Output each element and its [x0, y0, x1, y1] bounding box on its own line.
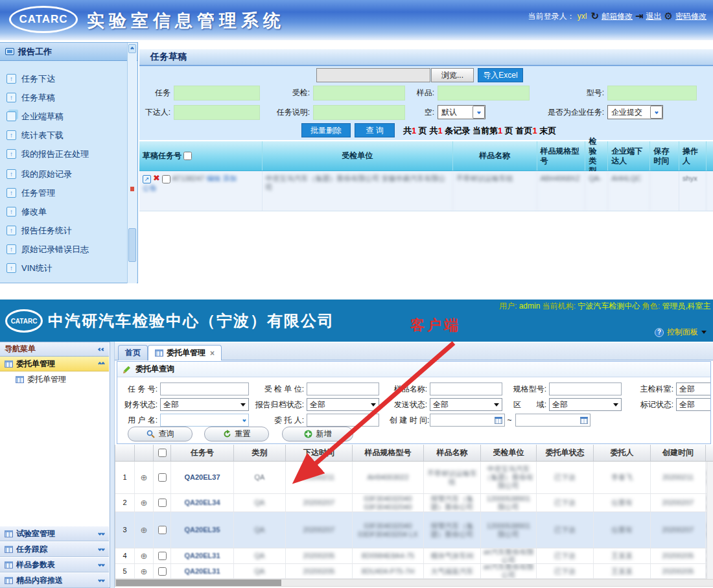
enterprise-task-select[interactable]: 企业提交 — [607, 105, 663, 119]
expand-icon[interactable]: ⊕ — [141, 473, 148, 482]
excel-file-input[interactable] — [316, 68, 430, 82]
task-desc-input[interactable] — [313, 105, 405, 120]
collapse-up-icon[interactable] — [99, 362, 104, 365]
finance-status-select[interactable]: 全部 — [160, 398, 249, 411]
expand-down-icon[interactable] — [99, 548, 104, 550]
scrollbar-thumb[interactable] — [116, 580, 281, 586]
gear-icon[interactable]: ⚙ — [664, 10, 673, 22]
query-button[interactable]: 查 询 — [355, 123, 395, 137]
sidebar-item-stat-download[interactable]: ↑统计表下载 — [6, 126, 64, 145]
sidebar-item-task-manage[interactable]: ↑任务管理 — [6, 183, 55, 202]
logout-link[interactable]: 退出 — [646, 11, 662, 22]
expand-down-icon[interactable] — [99, 563, 104, 566]
client-org[interactable]: 宁波汽车检测中心 — [578, 301, 640, 311]
table-row[interactable]: 5 ⊕ QA20EL31 QA 20200205 8DU404-P75-7H 大… — [115, 564, 713, 579]
horizontal-scrollbar[interactable] — [115, 579, 713, 587]
sample-name-input[interactable] — [430, 382, 502, 395]
expand-icon[interactable]: ⊕ — [141, 526, 148, 534]
edit-links[interactable]: 编辑 添加 — [207, 174, 237, 182]
close-tab-icon[interactable]: × — [210, 349, 215, 358]
row-checkbox[interactable] — [158, 473, 167, 482]
expand-icon[interactable]: ⊕ — [141, 567, 148, 576]
cell-checkbox[interactable] — [154, 494, 171, 512]
cell-task-no[interactable]: QA20EL34 — [171, 494, 234, 512]
client-person-input[interactable] — [307, 414, 379, 427]
cell-expand[interactable]: ⊕ — [135, 512, 154, 548]
select-all-checkbox[interactable] — [158, 449, 167, 457]
spec-model-input[interactable] — [549, 382, 622, 395]
nav-group-sample-params[interactable]: 样品参数表 — [0, 557, 109, 572]
cell-checkbox[interactable] — [154, 548, 171, 563]
table-row-highlighted[interactable]: 3 ⊕ QA20EL35 QA 20200207 03F304032040 03… — [115, 512, 713, 548]
page-link[interactable]: 1 — [532, 126, 537, 135]
collapse-left-icon[interactable] — [99, 348, 104, 351]
sidebar-item-task-issue[interactable]: ↑任务下达 — [6, 69, 55, 88]
row-checkbox[interactable] — [158, 552, 167, 560]
control-panel-menu[interactable]: ? 控制面板 — [655, 327, 707, 338]
sidebar-item-my-reports-processing[interactable]: ↑我的报告正在处理 — [6, 145, 89, 163]
row-checkbox[interactable] — [162, 175, 170, 183]
sidebar-item-report-task-stats[interactable]: ↑报告任务统计 — [6, 221, 72, 240]
task-no-input[interactable] — [160, 382, 249, 395]
import-excel-button[interactable]: 导入Excel — [478, 68, 523, 82]
expand-down-icon[interactable] — [99, 532, 104, 535]
refresh-icon[interactable]: ↻ — [590, 10, 599, 22]
delete-icon[interactable]: ✖ — [153, 173, 160, 183]
nav-item-entrust-manage[interactable]: 委托单管理 — [0, 371, 109, 387]
sidebar-item-vin-stats[interactable]: ↑VIN统计 — [6, 259, 53, 277]
vertical-scrollbar[interactable] — [707, 462, 713, 579]
cell-task-no[interactable]: QA20EL35 — [171, 512, 234, 548]
cell-checkbox[interactable] — [154, 512, 171, 548]
empty-select[interactable]: 默认 — [438, 105, 485, 119]
nav-group-content-push[interactable]: 精品内容推送 — [0, 572, 109, 588]
sidebar-item-enterprise-draft[interactable]: 企业端草稿 — [6, 107, 64, 126]
mark-status-select[interactable]: 全部 — [676, 398, 711, 411]
username-combo[interactable] — [160, 414, 249, 427]
cell-expand[interactable]: ⊕ — [135, 462, 154, 493]
row-checkbox[interactable] — [158, 499, 167, 507]
cell-task-no[interactable]: QA20EL31 — [171, 548, 234, 563]
batch-delete-button[interactable]: 批量删除 — [301, 123, 351, 137]
password-edit-link[interactable]: 密码修改 — [675, 11, 707, 22]
send-status-select[interactable]: 全部 — [430, 398, 502, 411]
tab-home[interactable]: 首页 — [118, 345, 148, 360]
created-to-date[interactable] — [515, 414, 590, 427]
sidebar-item-modify-order[interactable]: ↑修改单 — [6, 202, 47, 221]
email-edit-link[interactable]: 邮箱修改 — [602, 11, 633, 22]
nav-group-task-track[interactable]: 任务跟踪 — [0, 541, 109, 557]
scrollbar-thumb[interactable] — [128, 228, 136, 262]
select-all-checkbox[interactable] — [183, 152, 192, 160]
sample-input[interactable] — [438, 86, 530, 100]
sidebar-item-task-draft[interactable]: ↑任务草稿 — [6, 88, 55, 107]
nav-group-entrust-manage[interactable]: 委托单管理 — [0, 357, 109, 371]
sidebar-item-my-raw-records[interactable]: ↑我的原始记录 — [6, 165, 72, 183]
expand-down-icon[interactable] — [99, 579, 104, 582]
sidebar-item-raw-record-error-log[interactable]: ↑原始记录错误日志 — [6, 240, 89, 259]
region-select[interactable]: 全部 — [549, 398, 622, 411]
archive-status-select[interactable]: 全部 — [307, 398, 379, 411]
inspected-unit-input[interactable] — [307, 382, 379, 395]
main-dept-select[interactable]: 全部 — [676, 382, 711, 395]
row-checkbox[interactable] — [158, 526, 167, 534]
edit-icon[interactable]: ↗ — [143, 175, 151, 183]
issuer-input[interactable] — [174, 105, 260, 120]
created-from-date[interactable] — [430, 414, 505, 427]
search-button[interactable]: 查询 — [128, 427, 193, 441]
row-checkbox[interactable] — [158, 567, 167, 576]
model-input[interactable] — [607, 86, 697, 100]
edit-links-2[interactable]: 公告 — [143, 184, 157, 192]
sidebar-header-report-work[interactable]: 报告工作 — [0, 43, 137, 61]
add-button[interactable]: 新增 — [282, 427, 353, 441]
cell-expand[interactable]: ⊕ — [135, 548, 154, 563]
cell-task-no[interactable]: QA20EL31 — [171, 564, 234, 578]
task-input[interactable] — [174, 86, 260, 100]
nav-splitter[interactable] — [110, 342, 115, 588]
sidebar-scrollbar[interactable] — [127, 43, 137, 283]
nav-group-lab-manage[interactable]: 试验室管理 — [0, 526, 109, 541]
table-row[interactable]: 4 ⊕ QA20EL31 QA 20200205 8D0984E8A4-75 模… — [115, 548, 713, 564]
table-row[interactable]: 2 ⊕ QA20EL34 QA 20200207 03F304032040 03… — [115, 494, 713, 512]
logout-icon[interactable]: ⇥ — [635, 10, 644, 22]
cell-expand[interactable]: ⊕ — [135, 564, 154, 578]
table-row[interactable]: 1 ⊕ QA20EL37 QA 20200211 AH94003022 不带材识… — [115, 462, 713, 494]
reset-button[interactable]: 重置 — [204, 427, 269, 441]
